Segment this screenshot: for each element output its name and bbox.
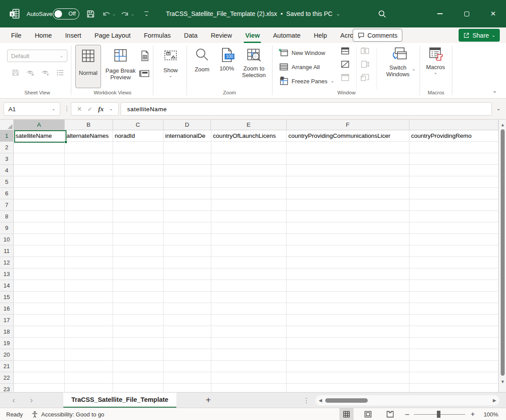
saved-status-chevron-icon[interactable]: ⌄ xyxy=(336,11,340,17)
cell-F20[interactable] xyxy=(287,349,409,361)
cell-C7[interactable] xyxy=(113,199,163,211)
cell-B8[interactable] xyxy=(65,211,113,222)
new-window-button[interactable]: New Window xyxy=(279,47,325,58)
cell-A21[interactable] xyxy=(14,361,65,372)
redo-chevron-icon[interactable]: ⌄ xyxy=(131,12,134,16)
horizontal-scrollbar[interactable]: ◀ ▶ xyxy=(315,395,499,405)
tab-file[interactable]: File xyxy=(4,27,28,43)
sheet-view-dropdown[interactable]: Default ⌄ xyxy=(7,50,67,62)
cell-A19[interactable] xyxy=(14,338,65,349)
cell-723[interactable] xyxy=(409,384,498,392)
cell-717[interactable] xyxy=(409,315,498,326)
cell-721[interactable] xyxy=(409,361,498,372)
zoom-button[interactable]: Zoom xyxy=(190,45,214,73)
comments-button[interactable]: Comments xyxy=(353,29,402,42)
next-sheet-icon[interactable]: › xyxy=(30,393,33,408)
cell-C6[interactable] xyxy=(113,188,163,199)
cell-D9[interactable] xyxy=(163,222,211,234)
custom-views-icon[interactable] xyxy=(139,68,151,78)
tab-page-layout[interactable]: Page Layout xyxy=(88,27,137,43)
cell-A1[interactable]: satelliteName xyxy=(14,130,65,142)
tab-data[interactable]: Data xyxy=(177,27,204,43)
zoom-percentage[interactable]: 100% xyxy=(481,408,501,420)
cell-D6[interactable] xyxy=(163,188,211,199)
cell-C23[interactable] xyxy=(113,384,163,392)
scroll-down-icon[interactable]: ▼ xyxy=(499,379,506,384)
cell-F6[interactable] xyxy=(287,188,409,199)
cell-E20[interactable] xyxy=(211,349,287,361)
cell-A11[interactable] xyxy=(14,245,65,257)
cell-E18[interactable] xyxy=(211,326,287,338)
cell-A4[interactable] xyxy=(14,165,65,176)
cell-E17[interactable] xyxy=(211,315,287,326)
cell-B14[interactable] xyxy=(65,280,113,292)
cell-E19[interactable] xyxy=(211,338,287,349)
cell-711[interactable] xyxy=(409,245,498,257)
cell-F5[interactable] xyxy=(287,176,409,188)
cell-72[interactable] xyxy=(409,142,498,153)
cell-C3[interactable] xyxy=(113,153,163,165)
cell-E23[interactable] xyxy=(211,384,287,392)
column-header-E[interactable]: E xyxy=(211,120,286,130)
cell-F13[interactable] xyxy=(287,268,409,280)
cell-716[interactable] xyxy=(409,303,498,315)
cell-B1[interactable]: alternateNames xyxy=(65,130,113,142)
cell-D10[interactable] xyxy=(163,234,211,245)
cell-D7[interactable] xyxy=(163,199,211,211)
statusbar-normal-view-icon[interactable] xyxy=(339,408,354,420)
cell-71[interactable]: countryProvidingRemo xyxy=(409,130,498,142)
cell-A2[interactable] xyxy=(14,142,65,153)
cell-A12[interactable] xyxy=(14,257,65,268)
cell-F8[interactable] xyxy=(287,211,409,222)
cell-E21[interactable] xyxy=(211,361,287,372)
formula-bar-kebab-icon[interactable]: ⋮ xyxy=(64,105,70,112)
tab-formulas[interactable]: Formulas xyxy=(137,27,177,43)
row-header-19[interactable]: 19 xyxy=(0,338,14,349)
cell-E12[interactable] xyxy=(211,257,287,268)
cell-E2[interactable] xyxy=(211,142,287,153)
page-break-preview-button[interactable]: Page Break Preview xyxy=(103,45,138,81)
cell-D22[interactable] xyxy=(163,372,211,384)
cell-B20[interactable] xyxy=(65,349,113,361)
cell-D23[interactable] xyxy=(163,384,211,392)
cell-D4[interactable] xyxy=(163,165,211,176)
cell-D1[interactable]: internationalDe xyxy=(163,130,211,142)
cell-B15[interactable] xyxy=(65,292,113,303)
row-header-9[interactable]: 9 xyxy=(0,222,14,234)
formula-input[interactable]: satelliteName xyxy=(121,102,492,116)
previous-sheet-icon[interactable]: ‹ xyxy=(12,393,15,408)
cell-718[interactable] xyxy=(409,326,498,338)
tab-review[interactable]: Review xyxy=(204,27,239,43)
vertical-scrollbar[interactable]: ▲ ▼ xyxy=(498,120,506,392)
zoom-out-icon[interactable]: – xyxy=(402,408,412,420)
row-header-15[interactable]: 15 xyxy=(0,292,14,303)
cell-A16[interactable] xyxy=(14,303,65,315)
cell-D3[interactable] xyxy=(163,153,211,165)
exit-sheet-view-icon[interactable] xyxy=(26,69,35,77)
cell-C9[interactable] xyxy=(113,222,163,234)
row-header-18[interactable]: 18 xyxy=(0,326,14,338)
cell-E15[interactable] xyxy=(211,292,287,303)
cell-E22[interactable] xyxy=(211,372,287,384)
page-layout-view-icon[interactable] xyxy=(139,50,151,62)
cell-B2[interactable] xyxy=(65,142,113,153)
cell-B11[interactable] xyxy=(65,245,113,257)
cell-C12[interactable] xyxy=(113,257,163,268)
row-header-4[interactable]: 4 xyxy=(0,165,14,176)
cell-A23[interactable] xyxy=(14,384,65,392)
cell-B17[interactable] xyxy=(65,315,113,326)
normal-view-button[interactable]: Normal xyxy=(75,45,101,88)
cell-D15[interactable] xyxy=(163,292,211,303)
cell-D19[interactable] xyxy=(163,338,211,349)
cell-A9[interactable] xyxy=(14,222,65,234)
row-header-14[interactable]: 14 xyxy=(0,280,14,292)
cell-D14[interactable] xyxy=(163,280,211,292)
cell-B10[interactable] xyxy=(65,234,113,245)
cell-715[interactable] xyxy=(409,292,498,303)
zoom-to-selection-button[interactable]: Zoom to Selection xyxy=(238,45,269,78)
row-header-2[interactable]: 2 xyxy=(0,142,14,153)
fx-chevron-icon[interactable]: ⌄ xyxy=(109,107,113,111)
search-icon[interactable] xyxy=(374,0,389,27)
row-header-11[interactable]: 11 xyxy=(0,245,14,257)
cell-722[interactable] xyxy=(409,372,498,384)
